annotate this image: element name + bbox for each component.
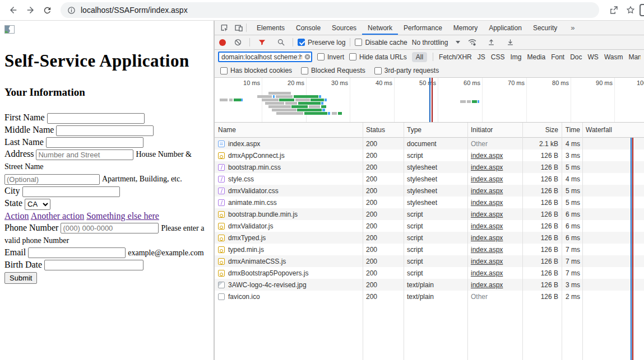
bookmark-star-button[interactable] xyxy=(623,2,638,18)
hide-data-urls-checkbox[interactable]: Hide data URLs xyxy=(349,53,407,61)
filter-toggle-button[interactable] xyxy=(254,36,269,49)
initiator-link[interactable]: index.aspx xyxy=(471,281,503,289)
request-filter-3rd-party-requests[interactable]: 3rd-party requests xyxy=(374,67,439,74)
tab-console[interactable]: Console xyxy=(290,21,326,35)
action-link[interactable]: Action xyxy=(4,211,29,221)
filter-chip-css[interactable]: CSS xyxy=(491,53,505,61)
request-filter-has-blocked-cookies[interactable]: Has blocked cookies xyxy=(220,67,292,74)
network-request-row[interactable]: 3AWC-logo-4c-revised.jpg200text/plainind… xyxy=(215,279,644,291)
filter-chip-media[interactable]: Media xyxy=(527,53,545,61)
network-request-row[interactable]: dmxBootstrap5Popovers.js200scriptindex.a… xyxy=(215,267,644,279)
checkbox-checked-icon[interactable] xyxy=(298,39,305,46)
filter-chip-fetch-xhr[interactable]: Fetch/XHR xyxy=(439,53,472,61)
phone-input[interactable] xyxy=(61,223,159,233)
network-overview[interactable]: 10 ms20 ms30 ms40 ms50 ms60 ms70 ms80 ms… xyxy=(215,78,644,123)
network-filter-input[interactable] xyxy=(218,52,312,62)
network-request-row[interactable]: dmxTyped.js200scriptindex.aspx126 B6 ms xyxy=(215,232,644,244)
initiator-link[interactable]: index.aspx xyxy=(471,175,503,183)
column-header-waterfall[interactable]: Waterfall xyxy=(582,126,644,134)
column-header-size[interactable]: Size xyxy=(522,126,562,134)
device-toolbar-button[interactable] xyxy=(231,21,246,35)
network-request-row[interactable]: style.css200stylesheetindex.aspx126 B4 m… xyxy=(215,173,644,185)
network-request-row[interactable]: index.aspx200documentOther2.1 kB4 ms xyxy=(215,138,644,149)
network-request-row[interactable]: typed.min.js200scriptindex.aspx126 B7 ms xyxy=(215,244,644,255)
invert-checkbox[interactable]: Invert xyxy=(317,53,344,61)
column-header-name[interactable]: Name xyxy=(215,126,363,134)
back-button[interactable] xyxy=(6,2,21,18)
more-tabs-button[interactable]: » xyxy=(571,24,574,32)
network-request-row[interactable]: dmxAppConnect.js200scriptindex.aspx126 B… xyxy=(215,149,644,161)
filter-chip-all[interactable]: All xyxy=(412,52,427,62)
throttling-dropdown[interactable]: No throttling xyxy=(412,39,461,46)
tab-network[interactable]: Network xyxy=(362,21,398,35)
filter-chip-ws[interactable]: WS xyxy=(588,53,599,61)
initiator-link[interactable]: index.aspx xyxy=(471,246,503,254)
initiator-link[interactable]: index.aspx xyxy=(471,269,503,277)
clear-network-log-button[interactable] xyxy=(230,36,245,49)
checkbox-unchecked-icon[interactable] xyxy=(355,39,362,46)
checkbox-unchecked-icon[interactable] xyxy=(220,67,228,74)
initiator-link[interactable]: index.aspx xyxy=(471,163,503,171)
email-input[interactable] xyxy=(28,247,126,258)
network-conditions-button[interactable] xyxy=(465,36,479,49)
initiator-link[interactable]: index.aspx xyxy=(471,234,503,242)
page-info-icon[interactable] xyxy=(67,6,76,15)
clear-filter-icon[interactable] xyxy=(304,53,311,60)
preserve-log-checkbox[interactable]: Preserve log xyxy=(298,39,345,46)
another-action-link[interactable]: Another action xyxy=(31,211,85,221)
search-button[interactable] xyxy=(274,36,288,49)
import-har-button[interactable] xyxy=(484,36,498,49)
first-name-input[interactable] xyxy=(47,113,145,124)
address-input[interactable] xyxy=(36,149,133,160)
state-select[interactable]: CA xyxy=(25,199,50,210)
tab-security[interactable]: Security xyxy=(527,21,563,35)
initiator-link[interactable]: index.aspx xyxy=(471,211,503,218)
checkbox-unchecked-icon[interactable] xyxy=(317,53,325,60)
submit-button[interactable]: Submit xyxy=(4,272,37,284)
initiator-link[interactable]: index.aspx xyxy=(471,152,503,160)
filter-chip-doc[interactable]: Doc xyxy=(570,53,582,61)
network-request-row[interactable]: favicon.ico200text/plainOther126 B2 ms xyxy=(215,291,644,302)
birth-date-input[interactable] xyxy=(44,260,143,270)
inspect-element-button[interactable] xyxy=(217,21,231,35)
initiator-link[interactable]: index.aspx xyxy=(471,187,503,195)
network-request-row[interactable]: bootstrap.min.css200stylesheetindex.aspx… xyxy=(215,161,644,173)
column-header-status[interactable]: Status xyxy=(363,126,404,134)
request-filter-blocked-requests[interactable]: Blocked Requests xyxy=(301,67,365,74)
network-request-row[interactable]: bootstrap.bundle.min.js200scriptindex.as… xyxy=(215,208,644,220)
forward-button[interactable] xyxy=(22,2,38,18)
column-header-time[interactable]: Time xyxy=(562,126,582,134)
record-network-log-button[interactable] xyxy=(219,39,226,46)
export-har-button[interactable] xyxy=(503,36,517,49)
city-input[interactable] xyxy=(22,186,120,197)
filter-chip-js[interactable]: JS xyxy=(478,53,485,61)
tab-application[interactable]: Application xyxy=(483,21,527,35)
last-name-input[interactable] xyxy=(46,137,143,148)
initiator-link[interactable]: index.aspx xyxy=(471,199,503,207)
reload-button[interactable] xyxy=(39,2,55,18)
filter-chip-wasm[interactable]: Wasm xyxy=(604,53,623,61)
filter-chip-font[interactable]: Font xyxy=(551,53,564,61)
disable-cache-checkbox[interactable]: Disable cache xyxy=(355,39,407,46)
tab-performance[interactable]: Performance xyxy=(398,21,448,35)
address-bar[interactable]: localhost/SSAForm/index.aspx xyxy=(61,2,599,18)
network-request-row[interactable]: dmxValidator.js200scriptindex.aspx126 B6… xyxy=(215,220,644,232)
something-else-link[interactable]: Something else here xyxy=(86,211,159,221)
filter-chip-manifest[interactable]: Manifest xyxy=(628,53,641,61)
tab-memory[interactable]: Memory xyxy=(448,21,483,35)
tab-elements[interactable]: Elements xyxy=(251,21,290,35)
middle-name-input[interactable] xyxy=(56,125,154,136)
column-header-type[interactable]: Type xyxy=(404,126,467,134)
checkbox-unchecked-icon[interactable] xyxy=(374,67,382,74)
checkbox-unchecked-icon[interactable] xyxy=(349,53,356,60)
address2-input[interactable] xyxy=(4,174,100,185)
network-request-row[interactable]: dmxAnimateCSS.js200scriptindex.aspx126 B… xyxy=(215,255,644,267)
tab-sources[interactable]: Sources xyxy=(326,21,362,35)
network-request-row[interactable]: animate.min.css200stylesheetindex.aspx12… xyxy=(215,197,644,208)
column-header-initiator[interactable]: Initiator xyxy=(467,126,522,134)
share-button[interactable] xyxy=(606,2,622,18)
checkbox-unchecked-icon[interactable] xyxy=(301,67,308,74)
initiator-link[interactable]: index.aspx xyxy=(471,222,503,230)
network-request-row[interactable]: dmxValidator.css200stylesheetindex.aspx1… xyxy=(215,185,644,197)
filter-chip-img[interactable]: Img xyxy=(510,53,521,61)
